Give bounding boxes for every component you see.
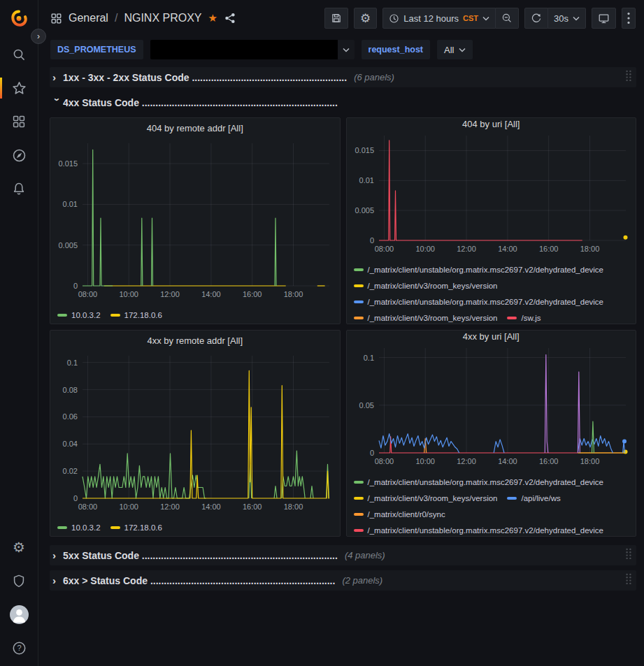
row-panel-count: (4 panels) [345, 550, 385, 560]
time-series-chart[interactable]: 08:0010:0012:0014:0016:0018:0000.0050.01… [350, 130, 634, 259]
sidebar-item-alerting[interactable] [0, 172, 38, 205]
sidebar: ⚙ ? [0, 0, 38, 666]
sidebar-item-dashboards[interactable] [0, 105, 38, 138]
breadcrumb-section[interactable]: General [69, 12, 108, 24]
sidebar-item-starred[interactable] [0, 71, 38, 105]
panel-404-by-remote-addr: 404 by remote addr [All] 08:0010:0012:00… [50, 117, 341, 324]
legend-item[interactable]: /sw.js [507, 312, 541, 324]
time-picker-group: Last 12 hours CST [382, 8, 519, 29]
time-series-chart[interactable]: 08:0010:0012:0014:0016:0018:0000.0050.01… [53, 138, 337, 304]
row-title: 6xx > Status Code ......................… [63, 575, 335, 586]
row-panel-count: (2 panels) [342, 575, 382, 586]
toolbar: ⚙ Last 12 hours CST [324, 8, 636, 29]
row-5xx[interactable]: › 5xx Status Code ......................… [50, 545, 636, 565]
row-4xx[interactable]: › 4xx Status Code ......................… [50, 92, 636, 113]
legend-item[interactable]: 172.18.0.6 [110, 522, 162, 533]
panel-4xx-by-remote-addr: 4xx by remote addr [All] 08:0010:0012:00… [50, 330, 341, 537]
breadcrumb: General / NGINX PROXY ★ [50, 12, 236, 24]
panel-title[interactable]: 404 by remote addr [All] [50, 118, 340, 138]
svg-text:10:00: 10:00 [415, 457, 435, 465]
svg-text:16:00: 16:00 [243, 290, 262, 298]
gear-icon[interactable]: ⚙ [0, 530, 38, 564]
svg-text:14:00: 14:00 [498, 457, 517, 465]
search-icon[interactable] [0, 38, 38, 71]
chart-legend: /_matrix/client/unstable/org.matrix.msc2… [347, 259, 636, 324]
kebab-menu-icon[interactable] [622, 8, 636, 29]
svg-text:0.005: 0.005 [355, 206, 374, 215]
legend-item[interactable]: /_matrix/client/unstable/org.matrix.msc2… [354, 525, 604, 536]
svg-text:12:00: 12:00 [457, 245, 476, 253]
drag-handle-icon[interactable] [625, 573, 632, 588]
time-series-chart[interactable]: 08:0010:0012:0014:0016:0018:0000.050.1 [350, 342, 634, 471]
legend-item[interactable]: /_matrix/client/unstable/org.matrix.msc2… [354, 264, 604, 275]
chart-legend: 10.0.3.2172.18.0.6 [50, 516, 340, 533]
time-range-label: Last 12 hours [403, 13, 459, 24]
row-1xx-3xx-2xx[interactable]: › 1xx - 3xx - 2xx Status Code ..........… [50, 67, 636, 87]
svg-text:0.015: 0.015 [58, 159, 78, 168]
svg-text:08:00: 08:00 [374, 245, 394, 253]
star-icon[interactable]: ★ [208, 12, 217, 24]
top-nav: General / NGINX PROXY ★ ⚙ [39, 0, 644, 36]
svg-text:0.02: 0.02 [63, 467, 78, 475]
sidebar-item-explore[interactable] [0, 138, 38, 172]
legend-item[interactable]: /_matrix/client/v3/room_keys/version [354, 493, 498, 504]
variables-bar: DS_PROMETHEUS request_host All [39, 36, 644, 63]
sidebar-expand-button[interactable]: › [31, 29, 46, 44]
grafana-app: ⚙ ? › [0, 0, 644, 666]
chevron-right-icon: › [52, 574, 63, 586]
svg-text:12:00: 12:00 [160, 502, 180, 511]
shield-icon[interactable] [0, 564, 38, 598]
panel-title[interactable]: 404 by uri [All] [347, 118, 636, 130]
avatar[interactable] [0, 598, 38, 631]
svg-text:0.08: 0.08 [63, 386, 78, 394]
time-series-chart[interactable]: 08:0010:0012:0014:0016:0018:0000.020.040… [53, 350, 337, 516]
panel-title[interactable]: 4xx by uri [All] [347, 331, 636, 342]
legend-item[interactable]: /_matrix/client/r0/sync [354, 509, 445, 520]
svg-text:12:00: 12:00 [160, 290, 180, 298]
share-icon[interactable] [224, 12, 236, 24]
legend-item[interactable]: /_matrix/client/unstable/org.matrix.msc2… [354, 296, 604, 307]
help-icon[interactable]: ? [0, 631, 38, 665]
svg-text:0: 0 [73, 282, 78, 290]
variable-value-dropdown[interactable] [150, 40, 355, 59]
redacted-value [150, 40, 338, 59]
svg-text:0: 0 [369, 449, 373, 457]
svg-text:08:00: 08:00 [78, 290, 98, 298]
row-title: 5xx Status Code ........................… [63, 550, 338, 561]
variable-value-all-dropdown[interactable]: All [437, 40, 473, 59]
dashboard-body: › 1xx - 3xx - 2xx Status Code ..........… [39, 63, 644, 591]
legend-item[interactable]: 172.18.0.6 [110, 310, 162, 321]
legend-item[interactable]: 10.0.3.2 [57, 310, 101, 321]
panel-grid: 404 by remote addr [All] 08:0010:0012:00… [50, 117, 636, 537]
legend-item[interactable]: 10.0.3.2 [57, 522, 101, 533]
svg-text:14:00: 14:00 [201, 290, 221, 298]
panel-title[interactable]: 4xx by remote addr [All] [50, 331, 340, 350]
chevron-right-icon: › [52, 549, 63, 561]
svg-text:0.01: 0.01 [359, 176, 373, 184]
refresh-button[interactable] [524, 8, 548, 29]
legend-item[interactable]: /api/live/ws [507, 493, 560, 504]
page-title: NGINX PROXY [124, 12, 201, 24]
svg-text:18:00: 18:00 [284, 502, 303, 511]
svg-text:0.015: 0.015 [355, 146, 374, 154]
row-6xx[interactable]: › 6xx > Status Code ....................… [50, 570, 636, 591]
refresh-interval-picker[interactable]: 30s [548, 8, 586, 29]
time-range-picker[interactable]: Last 12 hours CST [382, 8, 496, 29]
legend-item[interactable]: /_matrix/client/unstable/org.matrix.msc2… [354, 477, 604, 488]
svg-text:10:00: 10:00 [119, 502, 138, 511]
svg-text:0.1: 0.1 [363, 354, 373, 362]
save-button[interactable] [324, 8, 348, 29]
legend-item[interactable]: /_matrix/client/v3/room_keys/version [354, 280, 498, 291]
zoom-out-button[interactable] [496, 8, 519, 29]
legend-item[interactable]: /_matrix/client/v3/room_keys/version [354, 312, 498, 324]
tv-mode-button[interactable] [592, 8, 616, 29]
chevron-down-icon: › [52, 98, 64, 108]
row-panel-count: (6 panels) [354, 72, 394, 82]
drag-handle-icon[interactable] [625, 548, 632, 563]
svg-text:16:00: 16:00 [243, 502, 262, 511]
chevron-down-icon [459, 48, 466, 52]
dashboard-settings-button[interactable]: ⚙ [354, 8, 377, 29]
chart-legend: /_matrix/client/unstable/org.matrix.msc2… [347, 471, 636, 536]
chevron-right-icon: › [52, 71, 63, 83]
drag-handle-icon[interactable] [625, 70, 632, 85]
